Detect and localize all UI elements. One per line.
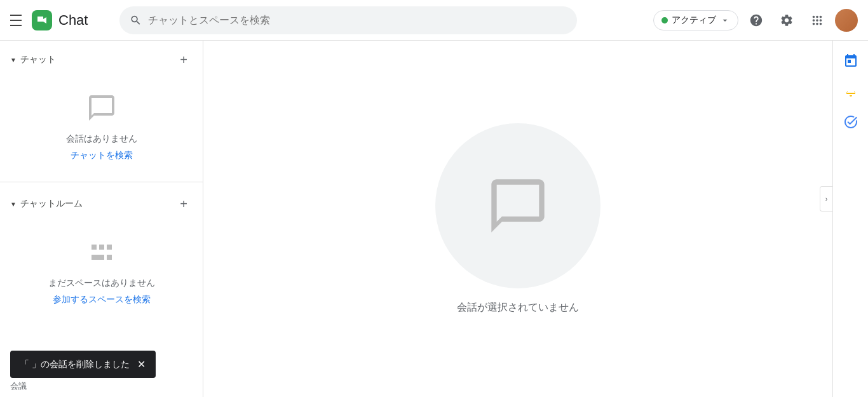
search-input[interactable] [148, 15, 567, 26]
chatroom-empty-icon [86, 237, 117, 270]
snackbar: 「 」の会話を削除しました ✕ [10, 351, 156, 378]
chatroom-section-title: ▼ チャットルーム [10, 198, 83, 210]
chatroom-section: ▼ チャットルーム + まだスペースはありません 参加するスペースを検索 [0, 185, 203, 323]
chatroom-empty-state: まだスペースはありません 参加するスペースを検索 [0, 218, 203, 318]
chat-section: ▼ チャット + 会話はありません チャットを検索 [0, 41, 203, 179]
search-bar[interactable] [119, 6, 577, 34]
chevron-down-icon-2: ▼ [10, 201, 17, 208]
chat-empty-text: 会話はありません [66, 133, 137, 145]
search-icon [130, 14, 142, 27]
chat-section-header[interactable]: ▼ チャット + [0, 46, 203, 74]
snackbar-text: 「 」の会話を削除しました [20, 359, 130, 370]
add-chatroom-button[interactable]: + [175, 195, 193, 213]
snackbar-close-button[interactable]: ✕ [137, 358, 146, 370]
menu-icon[interactable] [10, 13, 25, 28]
status-button[interactable]: アクティブ [653, 10, 738, 30]
apps-button[interactable] [804, 8, 830, 33]
sidebar-bottom-label: 会議 [10, 381, 27, 391]
status-label: アクティブ [672, 15, 716, 26]
status-dot [661, 17, 668, 24]
right-panel: › [832, 41, 868, 397]
chatroom-search-link[interactable]: 参加するスペースを検索 [53, 294, 151, 306]
chatroom-empty-text: まだスペースはありません [48, 278, 155, 289]
sidebar-bottom[interactable]: 会議 [10, 380, 27, 392]
app-logo [32, 10, 52, 30]
chat-empty-state: 会話はありません チャットを検索 [0, 74, 203, 174]
chevron-down-icon [720, 15, 730, 25]
header-right: アクティブ [653, 8, 858, 33]
no-chat-icon [486, 174, 550, 238]
header: Chat アクティブ [0, 0, 868, 41]
no-chat-text: 会話が選択されていません [457, 301, 579, 314]
settings-button[interactable] [774, 8, 799, 33]
calendar-icon-button[interactable] [838, 48, 864, 74]
help-button[interactable] [743, 8, 769, 33]
chatroom-section-header[interactable]: ▼ チャットルーム + [0, 190, 203, 218]
body: ▼ チャット + 会話はありません チャットを検索 ▼ [0, 41, 868, 397]
app-title: Chat [58, 12, 88, 29]
chevron-down-icon: ▼ [10, 57, 17, 64]
expand-panel-button[interactable]: › [820, 186, 832, 212]
avatar[interactable] [835, 9, 858, 32]
add-chat-button[interactable]: + [175, 51, 193, 69]
header-left: Chat [10, 10, 112, 30]
main-content: 会話が選択されていません [203, 41, 832, 397]
sidebar: ▼ チャット + 会話はありません チャットを検索 ▼ [0, 41, 203, 397]
no-chat-state: 会話が選択されていません [435, 123, 600, 314]
chat-section-title: ▼ チャット [10, 54, 56, 65]
no-chat-circle [435, 123, 600, 288]
tasks-icon-button[interactable] [838, 109, 864, 135]
keep-icon-button[interactable] [838, 79, 864, 104]
sidebar-divider-1 [0, 182, 203, 182]
chat-search-link[interactable]: チャットを検索 [71, 150, 133, 161]
chat-empty-icon [86, 93, 117, 126]
